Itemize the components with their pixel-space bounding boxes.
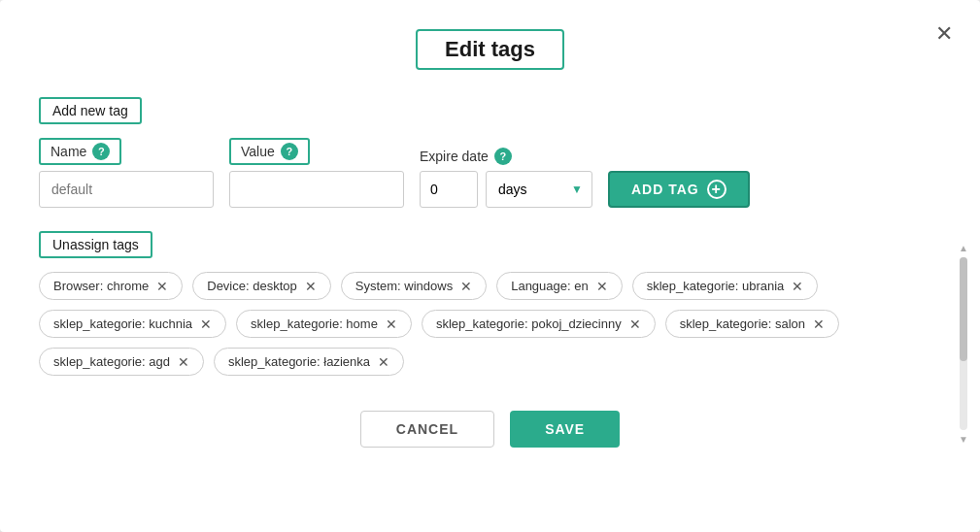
expire-unit-wrapper: days weeks months ▼ — [486, 171, 592, 208]
tag-remove-button[interactable]: ✕ — [596, 280, 608, 293]
form-row: Name ? Value ? Expire date ? — [39, 138, 941, 208]
list-item: sklep_kategorie: łazienka ✕ — [214, 348, 404, 376]
tag-remove-button[interactable]: ✕ — [629, 317, 641, 331]
unassign-tags-section: Unassign tags Browser: chrome ✕ Device: … — [39, 231, 941, 376]
save-button[interactable]: SAVE — [510, 411, 620, 448]
edit-tags-modal: Edit tags ✕ Add new tag Name ? Value ? — [0, 0, 980, 532]
expire-label: Expire date ? — [420, 148, 592, 165]
list-item: sklep_kategorie: kuchnia ✕ — [39, 310, 226, 338]
name-field-group: Name ? — [39, 138, 214, 208]
scroll-track[interactable] — [960, 257, 967, 430]
add-new-tag-section: Add new tag Name ? Value ? — [39, 97, 941, 208]
tags-row-2: sklep_kategorie: kuchnia ✕ sklep_kategor… — [39, 310, 941, 338]
close-button[interactable]: ✕ — [935, 23, 953, 45]
list-item: sklep_kategorie: salon ✕ — [665, 310, 839, 338]
tags-row-1: Browser: chrome ✕ Device: desktop ✕ Syst… — [39, 272, 941, 300]
scroll-down-icon[interactable]: ▼ — [959, 434, 968, 445]
unassign-tags-label: Unassign tags — [39, 231, 152, 258]
modal-footer: CANCEL SAVE — [39, 411, 941, 448]
value-input[interactable] — [229, 171, 404, 208]
modal-title: Edit tags — [416, 29, 564, 70]
add-tag-label: ADD TAG — [631, 182, 699, 197]
list-item: sklep_kategorie: agd ✕ — [39, 348, 204, 376]
expire-unit-select[interactable]: days weeks months — [486, 171, 592, 208]
list-item: sklep_kategorie: ubrania ✕ — [632, 272, 819, 300]
tag-remove-button[interactable]: ✕ — [813, 317, 825, 331]
list-item: Language: en ✕ — [496, 272, 623, 300]
add-new-tag-label: Add new tag — [39, 97, 142, 124]
scroll-thumb[interactable] — [960, 257, 967, 361]
name-label: Name ? — [39, 138, 121, 165]
expire-number-input[interactable] — [420, 171, 478, 208]
tag-remove-button[interactable]: ✕ — [386, 317, 397, 331]
value-field-group: Value ? — [229, 138, 404, 208]
add-tag-button[interactable]: ADD TAG + — [608, 171, 750, 208]
tag-remove-button[interactable]: ✕ — [200, 317, 212, 331]
tag-remove-button[interactable]: ✕ — [792, 280, 803, 293]
list-item: sklep_kategorie: pokoj_dziecinny ✕ — [422, 310, 656, 338]
tag-remove-button[interactable]: ✕ — [460, 280, 472, 293]
expire-help-icon: ? — [494, 148, 512, 165]
list-item: Device: desktop ✕ — [192, 272, 331, 300]
expire-date-group: Expire date ? days weeks months ▼ — [420, 148, 592, 208]
tag-remove-button[interactable]: ✕ — [156, 280, 168, 293]
tags-area: Browser: chrome ✕ Device: desktop ✕ Syst… — [39, 272, 941, 376]
list-item: sklep_kategorie: home ✕ — [236, 310, 412, 338]
name-input[interactable] — [39, 171, 214, 208]
tag-remove-button[interactable]: ✕ — [378, 355, 389, 369]
tag-remove-button[interactable]: ✕ — [178, 355, 189, 369]
value-help-icon: ? — [281, 143, 298, 160]
tags-row-3: sklep_kategorie: agd ✕ sklep_kategorie: … — [39, 348, 941, 376]
scrollbar[interactable]: ▲ ▼ — [959, 243, 968, 445]
modal-header: Edit tags — [39, 29, 941, 70]
list-item: System: windows ✕ — [341, 272, 487, 300]
add-icon: + — [707, 180, 727, 199]
tag-remove-button[interactable]: ✕ — [305, 280, 317, 293]
cancel-button[interactable]: CANCEL — [360, 411, 494, 448]
list-item: Browser: chrome ✕ — [39, 272, 183, 300]
scroll-up-icon[interactable]: ▲ — [959, 243, 968, 253]
value-label: Value ? — [229, 138, 310, 165]
name-help-icon: ? — [92, 143, 110, 160]
expire-row: days weeks months ▼ — [420, 171, 592, 208]
